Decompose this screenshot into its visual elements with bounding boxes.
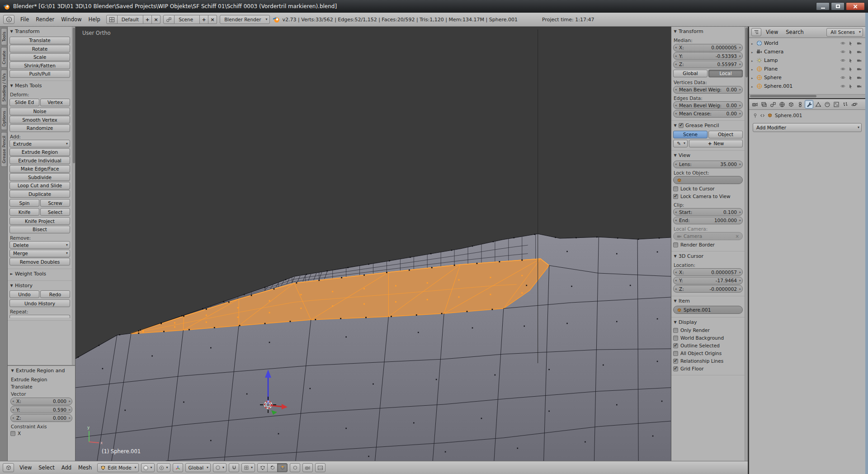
outliner-item-name[interactable]: Sphere.001 <box>764 83 793 89</box>
clip-end-field[interactable]: End:1000.000 <box>673 217 743 224</box>
tab-render-layers[interactable] <box>760 100 768 109</box>
scene-field[interactable]: Scene <box>175 15 200 24</box>
opengl-render-anim-button[interactable] <box>315 463 326 472</box>
renderability-toggle[interactable] <box>856 66 863 72</box>
outliner-row[interactable]: Sphere.001 <box>750 82 864 90</box>
add-screen-button[interactable]: + <box>143 15 152 24</box>
renderability-toggle[interactable] <box>856 75 863 81</box>
renderability-toggle[interactable] <box>856 84 863 89</box>
menu-item[interactable]: View <box>16 464 35 472</box>
tab-physics[interactable] <box>850 100 859 109</box>
tab-particles[interactable] <box>841 100 849 109</box>
outliner-search-menu[interactable]: Search <box>783 28 807 36</box>
toolshelf-tab[interactable]: Grease Pencil <box>1 132 7 167</box>
panel-header-weight-tools[interactable]: ►Weight Tools <box>9 270 70 278</box>
editor-type-outliner-button[interactable] <box>751 28 761 36</box>
tool-button[interactable]: Randomize <box>9 124 70 132</box>
tool-button[interactable]: Translate <box>9 37 70 44</box>
tool-button[interactable]: Push/Pull <box>9 70 70 78</box>
lock-to-object-field[interactable] <box>673 176 743 184</box>
npanel-scrollbar[interactable] <box>745 27 748 461</box>
clip-start-field[interactable]: Start:0.100 <box>673 208 743 216</box>
local-camera-field[interactable]: Camera× <box>673 232 743 240</box>
display-checkbox[interactable] <box>673 366 678 371</box>
cursor-x-field[interactable]: X:0.0000057 <box>673 268 743 276</box>
delete-menu[interactable]: Delete <box>9 241 70 249</box>
cursor-y-field[interactable]: Y:-17.9464 <box>673 277 743 284</box>
outliner-view-menu[interactable]: View <box>763 28 781 36</box>
menu-item[interactable]: Render <box>33 15 57 24</box>
renderability-toggle[interactable] <box>856 49 863 55</box>
redo-button[interactable]: Redo <box>40 290 70 298</box>
viewport-3d[interactable]: yx User Ortho (1) Sphere.001 <box>75 27 671 461</box>
toolshelf-tab[interactable]: Tools <box>1 28 7 45</box>
visibility-toggle[interactable] <box>840 58 847 63</box>
disclosure-icon[interactable] <box>751 66 755 72</box>
breadcrumb-object-name[interactable]: Sphere.001 <box>775 113 802 118</box>
disclosure-icon[interactable] <box>751 40 755 46</box>
add-scene-button[interactable]: + <box>200 15 208 24</box>
median-z-field[interactable]: Z:0.55997 <box>673 61 743 68</box>
median-y-field[interactable]: Y:-0.53393 <box>673 52 743 60</box>
screen-layout-field[interactable]: Default <box>118 15 143 24</box>
disclosure-icon[interactable] <box>751 57 755 63</box>
tab-constraints[interactable] <box>796 100 804 109</box>
editor-type-info-button[interactable] <box>3 15 14 24</box>
tool-button[interactable]: Subdivide <box>9 173 70 181</box>
vector-y-field[interactable]: Y:0.590 <box>10 406 72 413</box>
visibility-toggle[interactable] <box>840 75 847 81</box>
tool-button[interactable]: Extrude Individual <box>9 156 70 164</box>
display-mode-dropdown[interactable]: All Scenes <box>826 28 863 37</box>
display-checkbox[interactable] <box>673 351 678 356</box>
visibility-toggle[interactable] <box>840 66 847 72</box>
tool-button[interactable]: Noise <box>9 108 70 115</box>
opengl-render-button[interactable] <box>302 463 313 472</box>
toolshelf-tab[interactable]: Options <box>1 107 7 130</box>
transform-orientation-dropdown[interactable]: Global <box>185 463 211 472</box>
render-border-checkbox[interactable] <box>673 242 678 247</box>
proportional-edit-dropdown[interactable] <box>213 463 226 472</box>
delete-screen-button[interactable]: × <box>152 15 160 24</box>
remove-doubles-button[interactable]: Remove Doubles <box>9 258 70 265</box>
tab-material[interactable] <box>823 100 831 109</box>
manipulator-toggle[interactable] <box>173 463 183 472</box>
vertex-select-button[interactable] <box>257 463 268 472</box>
undo-button[interactable]: Undo <box>9 290 39 298</box>
menu-item[interactable]: File <box>17 15 32 24</box>
browse-scenes-icon[interactable] <box>163 15 175 24</box>
tool-button[interactable]: Make Edge/Face <box>9 165 70 173</box>
disclosure-icon[interactable] <box>751 49 755 55</box>
panel-header-grease-pencil[interactable]: ▼Grease Pencil <box>673 121 743 130</box>
knife-select-button[interactable]: Select <box>40 208 70 216</box>
renderability-toggle[interactable] <box>856 58 863 63</box>
outliner-row[interactable]: Plane <box>750 65 864 73</box>
screw-button[interactable]: Screw <box>40 199 70 207</box>
editor-type-3dview-button[interactable] <box>3 463 14 472</box>
outliner-row[interactable]: Camera <box>750 47 864 56</box>
panel-header-display[interactable]: ▼Display <box>673 318 743 327</box>
menu-item[interactable]: Select <box>35 464 57 472</box>
outliner-row[interactable]: World <box>750 39 864 47</box>
lens-field[interactable]: Lens:35.000 <box>673 161 743 168</box>
display-checkbox[interactable] <box>673 328 678 333</box>
knife-button[interactable]: Knife <box>9 208 39 216</box>
snap-toggle[interactable] <box>229 463 239 472</box>
selectability-toggle[interactable] <box>848 58 855 63</box>
tool-button[interactable]: Smooth Vertex <box>9 116 70 123</box>
tab-object[interactable] <box>787 100 795 109</box>
panel-header-mesh-tools[interactable]: ▼Mesh Tools <box>9 81 70 90</box>
panel-header-item[interactable]: ▼Item <box>673 297 743 305</box>
tab-scene[interactable] <box>769 100 777 109</box>
median-x-field[interactable]: X:0.0000005 <box>673 44 743 52</box>
menu-item[interactable]: Window <box>58 15 85 24</box>
tab-texture[interactable] <box>832 100 840 109</box>
grease-draw-menu[interactable]: ✎ <box>673 140 688 147</box>
tab-object-data[interactable] <box>814 100 822 109</box>
vector-x-field[interactable]: X:0.000 <box>10 398 72 405</box>
viewport-shading-dropdown[interactable] <box>141 463 155 472</box>
edge-select-button[interactable] <box>267 463 278 472</box>
renderability-toggle[interactable] <box>856 41 863 46</box>
tool-button[interactable]: Duplicate <box>9 190 70 198</box>
display-checkbox[interactable] <box>673 336 678 341</box>
outliner-row[interactable]: Lamp <box>750 56 864 65</box>
